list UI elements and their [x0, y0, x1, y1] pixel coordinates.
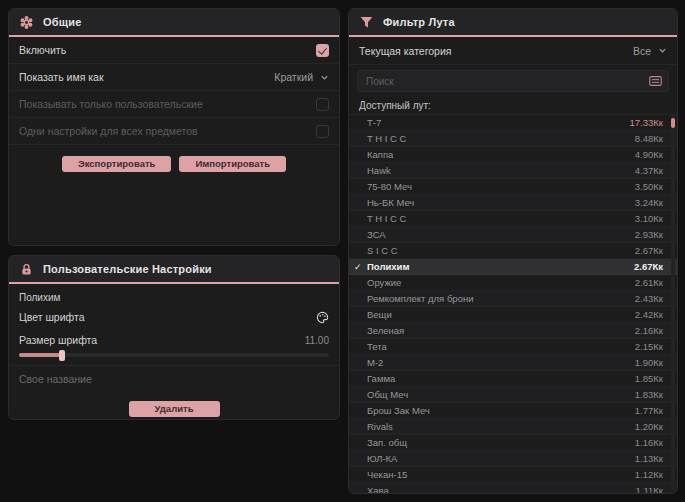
loot-item-name: Полихим [367, 261, 409, 272]
loot-item-row[interactable]: Hawk 4.37Кк [349, 163, 677, 179]
loot-filter-title: Фильтр Лута [383, 16, 455, 28]
loot-item-row[interactable]: Общ Меч 1.83Кк [349, 387, 677, 403]
loot-item-row[interactable]: Хава 1.11Кк [349, 483, 677, 494]
loot-item-row[interactable]: Нь-БК Меч 3.24Кк [349, 195, 677, 211]
custom-only-row: Показывать только пользовательские [9, 91, 339, 118]
enable-checkbox[interactable] [316, 44, 329, 57]
custom-only-label: Показывать только пользовательские [19, 98, 203, 110]
loot-item-value: 4.37Кк [635, 165, 663, 176]
loot-item-name: T H I C C [367, 213, 406, 224]
search-box [357, 70, 669, 92]
palette-icon[interactable] [316, 311, 329, 324]
enable-row: Включить [9, 37, 339, 64]
loot-item-row-selected[interactable]: ✓ Полихим 2.67Кк [349, 259, 677, 275]
loot-item-name: ЗСА [367, 229, 386, 240]
loot-item-value: 2.43Кк [635, 293, 663, 304]
loot-item-value: 3.10Кк [635, 213, 663, 224]
loot-item-row[interactable]: ЮЛ-КА 1.13Кк [349, 451, 677, 467]
custom-settings-title: Пользовательские Настройки [43, 263, 212, 275]
loot-item-name: М-2 [367, 357, 383, 368]
loot-item-name: Вещи [367, 309, 392, 320]
category-row: Текущая категория Все [349, 37, 677, 65]
loot-item-value: 2.61Кк [635, 277, 663, 288]
loot-item-name: Оружие [367, 277, 401, 288]
category-select[interactable]: Все [633, 45, 667, 57]
general-panel: Общие Включить Показать имя как Краткий … [8, 8, 340, 246]
same-settings-label: Одни настройки для всех предметов [19, 125, 198, 137]
loot-item-row[interactable]: Брош Зак Меч 1.77Кк [349, 403, 677, 419]
same-settings-row: Одни настройки для всех предметов [9, 118, 339, 145]
loot-item-row[interactable]: Зеленая 2.16Кк [349, 323, 677, 339]
loot-item-row[interactable]: Вещи 2.42Кк [349, 307, 677, 323]
loot-item-name: Чекан-15 [367, 469, 407, 480]
slider-handle[interactable] [59, 350, 65, 361]
loot-item-name: Зеленая [367, 325, 404, 336]
check-icon: ✓ [354, 262, 362, 272]
loot-item-name: Ремкомплект для брони [367, 293, 473, 304]
loot-item-row[interactable]: T H I C C 3.10Кк [349, 211, 677, 227]
same-settings-checkbox[interactable] [316, 125, 329, 138]
keyboard-toggle-icon[interactable] [649, 76, 662, 86]
loot-item-value: 2.16Кк [635, 325, 663, 336]
name-display-value: Краткий [274, 71, 313, 83]
selected-item-name: Полихим [9, 284, 339, 305]
export-button[interactable]: Экспортировать [62, 156, 171, 172]
enable-label: Включить [19, 44, 66, 56]
loot-item-row[interactable]: Каппа 4.90Кк [349, 147, 677, 163]
loot-item-value: 4.90Кк [635, 149, 663, 160]
custom-only-checkbox[interactable] [316, 98, 329, 111]
loot-item-row[interactable]: Тета 2.15Кк [349, 339, 677, 355]
loot-item-row[interactable]: Т-7 17.33Кк [349, 115, 677, 131]
loot-item-row[interactable]: T H I C C 8.48Кк [349, 131, 677, 147]
loot-item-row[interactable]: Rivals 1.20Кк [349, 419, 677, 435]
loot-item-value: 17.33Кк [630, 117, 663, 128]
loot-item-value: 2.42Кк [635, 309, 663, 320]
loot-item-row[interactable]: S I C C 2.67Кк [349, 243, 677, 259]
loot-item-name: Брош Зак Меч [367, 405, 430, 416]
loot-item-name: Нь-БК Меч [367, 197, 414, 208]
loot-item-row[interactable]: 75-80 Меч 3.50Кк [349, 179, 677, 195]
slider-fill [19, 353, 62, 357]
loot-item-row[interactable]: Оружие 2.61Кк [349, 275, 677, 291]
loot-item-value: 1.85Кк [635, 373, 663, 384]
left-column: Общие Включить Показать имя как Краткий … [8, 8, 340, 420]
loot-item-row[interactable]: Ремкомплект для брони 2.43Кк [349, 291, 677, 307]
loot-item-row[interactable]: Чекан-15 1.12Кк [349, 467, 677, 483]
chevron-down-icon [658, 46, 667, 55]
loot-item-row[interactable]: М-2 1.90Кк [349, 355, 677, 371]
loot-item-row[interactable]: ЗСА 2.93Кк [349, 227, 677, 243]
loot-item-name: Тета [367, 341, 387, 352]
font-size-row: Размер шрифта 11.00 [9, 329, 339, 366]
loot-list-scrollbar-track[interactable] [671, 115, 675, 494]
loot-item-value: 1.20Кк [635, 421, 663, 432]
delete-row: Удалить [9, 392, 339, 420]
import-button[interactable]: Импортировать [179, 156, 286, 172]
loot-item-value: 3.50Кк [635, 181, 663, 192]
loot-item-name: Каппа [367, 149, 393, 160]
loot-item-name: ЮЛ-КА [367, 453, 397, 464]
funnel-icon [359, 15, 374, 30]
loot-item-value: 1.83Кк [635, 389, 663, 400]
chevron-down-icon [320, 73, 329, 82]
font-size-slider[interactable] [19, 353, 329, 357]
loot-item-row[interactable]: Гамма 1.85Кк [349, 371, 677, 387]
font-color-row: Цвет шрифта [9, 305, 339, 329]
loot-item-name: Т-7 [367, 117, 381, 128]
general-panel-title: Общие [43, 16, 82, 28]
loot-item-value: 1.11Кк [636, 485, 663, 494]
loot-item-row[interactable]: Зап. общ 1.16Кк [349, 435, 677, 451]
loot-item-value: 1.90Кк [635, 357, 663, 368]
name-display-select[interactable]: Краткий [274, 71, 329, 83]
delete-button[interactable]: Удалить [129, 401, 220, 417]
settings-page: Общие Включить Показать имя как Краткий … [0, 0, 685, 502]
loot-item-value: 8.48Кк [635, 133, 663, 144]
loot-item-value: 1.13Кк [635, 453, 663, 464]
custom-settings-header: Пользовательские Настройки [9, 256, 339, 284]
loot-list-scrollbar-thumb[interactable] [671, 118, 675, 128]
loot-item-value: 2.93Кк [635, 229, 663, 240]
search-input[interactable] [358, 76, 649, 87]
custom-name-input[interactable] [9, 366, 339, 392]
font-color-label: Цвет шрифта [19, 311, 85, 323]
loot-filter-panel: Фильтр Лута Текущая категория Все [348, 8, 678, 494]
loot-item-value: 2.67Кк [635, 245, 663, 256]
